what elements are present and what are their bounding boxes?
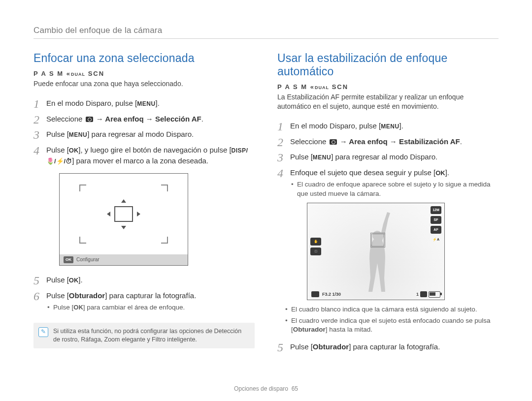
page: Cambio del enfoque de la cámara Enfocar … xyxy=(0,0,532,355)
viewfinder-footer: OK Configurar xyxy=(60,254,188,266)
right-step-3: Pulse [MENU] para regresar al modo Dispa… xyxy=(277,149,499,165)
tracking-focus-box xyxy=(370,233,385,247)
ok-button-label: OK xyxy=(69,147,79,154)
menu-button-label: MENU xyxy=(137,100,155,108)
frame-corner xyxy=(161,185,168,191)
left-step-6: Pulse [Obturador] para capturar la fotog… xyxy=(33,288,255,317)
osd-flash: ⚡A xyxy=(431,236,441,244)
note-text: Si utiliza esta función, no podrá config… xyxy=(53,327,250,344)
left-step-1: En el modo Disparo, pulse [MENU]. xyxy=(33,95,255,111)
viewfinder-selection-af: OK Configurar xyxy=(59,173,188,266)
viewfinder-body xyxy=(60,174,188,254)
two-column-layout: Enfocar una zona seleccionada P A S M «D… xyxy=(33,52,499,355)
page-footer: Opciones de disparo 65 xyxy=(0,385,532,392)
osd-format: SF xyxy=(431,216,441,224)
left-intro: Puede enfocar una zona que haya seleccio… xyxy=(33,79,255,89)
left-heading: Enfocar una zona seleccionada xyxy=(33,52,255,65)
left-sub-6: Pulse [OK] para cambiar el área de enfoq… xyxy=(46,303,255,312)
info-note: ✎ Si utiliza esta función, no podrá conf… xyxy=(33,323,255,348)
osd-right-column: 12M SF AF ⚡A xyxy=(431,206,441,244)
mode-indicators-left: P A S M «DUAL SCN xyxy=(33,70,255,77)
left-steps: En el modo Disparo, pulse [MENU]. Selecc… xyxy=(33,95,255,317)
right-heading: Usar la estabilización de enfoque automá… xyxy=(277,52,499,78)
right-step-1: En el modo Disparo, pulse [MENU]. xyxy=(277,118,499,134)
sd-icon xyxy=(420,291,427,297)
arrow-up-icon xyxy=(121,199,126,203)
right-step-4: Enfoque el sujeto que desea seguir y pul… xyxy=(277,165,499,339)
ok-chip: OK xyxy=(64,256,73,263)
ok-button-label: OK xyxy=(435,169,445,177)
right-sub-b: El cuadro verde indica que el sujeto est… xyxy=(284,316,499,335)
camera-icon xyxy=(86,117,93,122)
menu-button-label: MENU xyxy=(313,154,331,162)
camera-mode-icon xyxy=(311,291,319,297)
ok-button-label: OK xyxy=(69,277,79,284)
breadcrumb: Cambio del enfoque de la cámara xyxy=(33,26,499,39)
exposure-readout: F3.2 1/30 xyxy=(322,291,341,298)
info-icon: ✎ xyxy=(38,327,48,337)
person-silhouette xyxy=(360,209,394,293)
shot-count: 1 xyxy=(416,291,419,298)
left-step-5: Pulse [OK]. xyxy=(33,272,255,288)
frame-corner xyxy=(79,185,86,191)
arrow-down-icon xyxy=(121,226,126,229)
right-steps: En el modo Disparo, pulse [MENU]. Selecc… xyxy=(277,118,499,355)
arrow-left-icon xyxy=(107,212,110,216)
focus-box xyxy=(114,206,133,222)
osd-stabilizer-icon: ✋ xyxy=(310,238,321,246)
left-column: Enfocar una zona seleccionada P A S M «D… xyxy=(33,52,255,355)
osd-resolution: 12M xyxy=(431,206,441,214)
right-step-5: Pulse [Obturador] para capturar la fotog… xyxy=(277,339,499,355)
left-step-4: Pulse [OK], y luego gire el botón de nav… xyxy=(33,142,255,272)
camera-icon xyxy=(330,139,337,145)
right-sub-a: El cuadro blanco indica que la cámara es… xyxy=(284,305,499,314)
mode-indicators-right: P A S M «DUAL SCN xyxy=(277,83,499,91)
menu-button-label: MENU xyxy=(69,131,87,139)
arrow-right-icon xyxy=(137,212,140,216)
right-intro: La Estabilización AF permite estabilizar… xyxy=(277,93,499,111)
right-column: Usar la estabilización de enfoque automá… xyxy=(277,52,499,355)
right-step-2: Seleccione → Area enfoq → Estabilización… xyxy=(277,134,499,150)
left-step-2: Seleccione → Area enfoq → Selección AF. xyxy=(33,111,255,127)
osd-left-column: ✋ □ xyxy=(310,238,321,255)
frame-corner xyxy=(161,237,168,244)
osd-area-icon: □ xyxy=(310,247,321,255)
viewfinder-footer-label: Configurar xyxy=(76,256,100,264)
right-sub-4: El cuadro de enfoque aparece sobre el su… xyxy=(290,180,499,199)
battery-icon xyxy=(429,291,440,298)
menu-button-label: MENU xyxy=(381,123,399,131)
viewfinder-footer: F3.2 1/30 1 xyxy=(311,291,440,298)
left-step-3: Pulse [MENU] para regresar al modo Dispa… xyxy=(33,126,255,142)
osd-af: AF xyxy=(431,226,441,234)
viewfinder-tracking-af: 12M SF AF ⚡A ✋ □ F3.2 1/30 xyxy=(307,203,445,300)
frame-corner xyxy=(79,237,86,244)
